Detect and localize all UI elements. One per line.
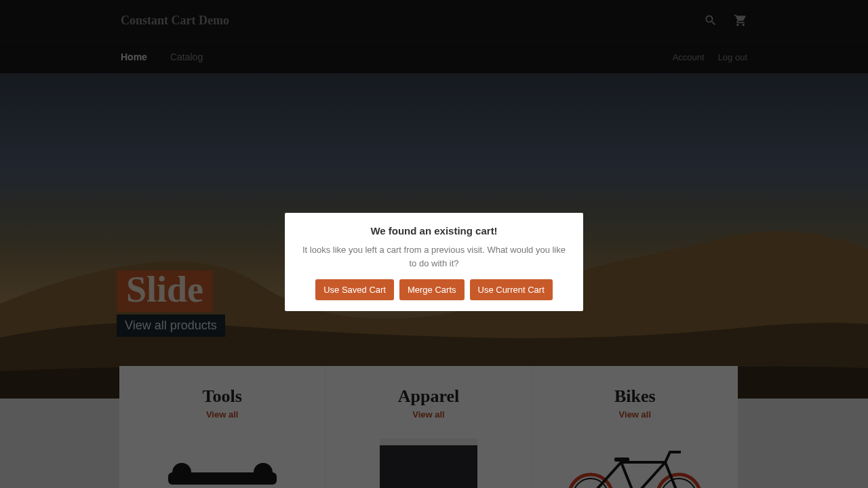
use-saved-cart-button[interactable]: Use Saved Cart	[315, 279, 394, 300]
existing-cart-modal: We found an existing cart! It looks like…	[285, 213, 583, 311]
merge-carts-button[interactable]: Merge Carts	[399, 279, 465, 300]
modal-buttons: Use Saved Cart Merge Carts Use Current C…	[296, 279, 572, 300]
modal-message: It looks like you left a cart from a pre…	[296, 243, 572, 270]
modal-title: We found an existing cart!	[296, 225, 572, 237]
modal-overlay[interactable]: We found an existing cart! It looks like…	[0, 0, 868, 488]
use-current-cart-button[interactable]: Use Current Cart	[470, 279, 553, 300]
